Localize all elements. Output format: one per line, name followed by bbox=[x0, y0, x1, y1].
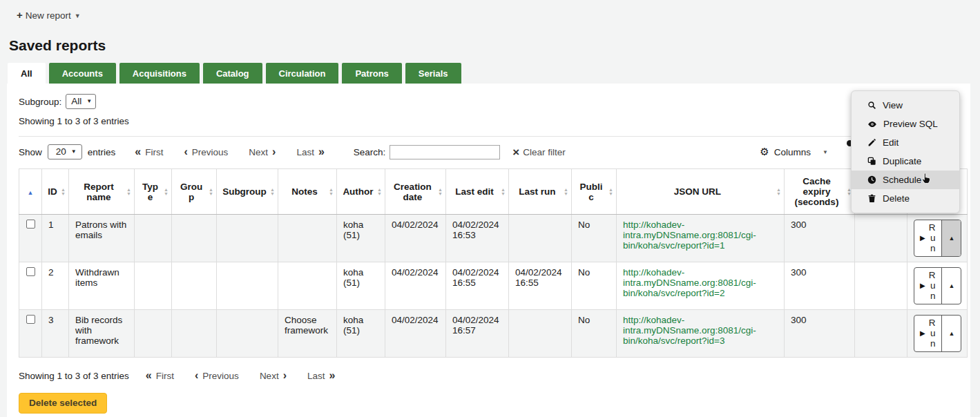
cell-last-edit: 04/02/2024 16:55 bbox=[446, 262, 509, 310]
double-chevron-left-icon: « bbox=[146, 370, 152, 381]
previous-page-button[interactable]: ‹Previous bbox=[184, 146, 228, 157]
entries-label: entries bbox=[88, 147, 116, 157]
run-menu-toggle[interactable]: ▲ bbox=[942, 268, 961, 304]
cell-group bbox=[172, 262, 217, 310]
trash-icon bbox=[867, 194, 876, 203]
sort-icon: ▲▼ bbox=[438, 188, 443, 196]
sort-icon: ▲▼ bbox=[329, 188, 334, 196]
run-button[interactable]: ▶Run bbox=[914, 268, 942, 304]
last-page-button[interactable]: Last» bbox=[296, 146, 324, 157]
row-checkbox[interactable] bbox=[26, 315, 35, 324]
cell-empty bbox=[855, 262, 907, 310]
chevron-down-icon: ▼ bbox=[75, 12, 81, 19]
chevron-right-icon: › bbox=[283, 370, 287, 381]
pencil-icon bbox=[867, 138, 876, 147]
col-header-select[interactable]: ▲ bbox=[19, 169, 42, 215]
col-header-author[interactable]: Author▲▼ bbox=[337, 169, 385, 215]
col-header-type[interactable]: Type▲▼ bbox=[135, 169, 172, 215]
next-page-button[interactable]: Next› bbox=[260, 370, 287, 381]
run-button[interactable]: ▶Run bbox=[914, 220, 942, 256]
col-header-id[interactable]: ID▲▼ bbox=[42, 169, 69, 215]
col-header-report-name[interactable]: Report name▲▼ bbox=[69, 169, 135, 215]
run-actions-menu: View Preview SQL Edit Duplicate Schedule… bbox=[851, 90, 960, 213]
table-row: 3 Bib records with framework Choose fram… bbox=[19, 310, 968, 358]
cell-last-edit: 04/02/2024 16:57 bbox=[446, 310, 509, 358]
reports-toolbar: +New report▼ bbox=[0, 0, 980, 21]
run-menu-toggle[interactable]: ▲ bbox=[942, 316, 961, 351]
col-header-notes[interactable]: Notes▲▼ bbox=[278, 169, 337, 215]
row-checkbox[interactable] bbox=[26, 267, 35, 276]
subgroup-selected-value: All bbox=[71, 96, 81, 106]
pagination-top: «First ‹Previous Next› Last» bbox=[135, 146, 345, 157]
run-split-button: ▶Run ▲ bbox=[914, 267, 961, 304]
search-input[interactable] bbox=[390, 145, 500, 159]
menu-item-view[interactable]: View bbox=[852, 96, 959, 115]
run-button[interactable]: ▶Run bbox=[914, 316, 942, 351]
menu-item-delete[interactable]: Delete bbox=[852, 189, 959, 208]
last-page-button[interactable]: Last» bbox=[307, 370, 335, 381]
json-url-link[interactable]: http://kohadev-intra.myDNSname.org:8081/… bbox=[623, 220, 756, 251]
eye-icon bbox=[867, 119, 877, 129]
cell-type bbox=[135, 262, 172, 310]
cell-id: 1 bbox=[42, 215, 69, 262]
main-panel: Subgroup: All ▼ Showing 1 to 3 of 3 entr… bbox=[7, 84, 970, 417]
subgroup-select[interactable]: All ▼ bbox=[66, 94, 96, 109]
cell-last-run bbox=[509, 215, 572, 262]
cell-notes bbox=[278, 215, 337, 262]
menu-item-preview-sql[interactable]: Preview SQL bbox=[852, 115, 959, 133]
delete-selected-button[interactable]: Delete selected bbox=[19, 393, 107, 414]
first-page-button[interactable]: «First bbox=[146, 370, 174, 381]
cell-public: No bbox=[572, 262, 617, 310]
col-header-last-edit[interactable]: Last edit▲▼ bbox=[446, 169, 509, 215]
col-header-creation-date[interactable]: Creation date▲▼ bbox=[385, 169, 446, 215]
cell-public: No bbox=[572, 215, 617, 262]
tab-serials[interactable]: Serials bbox=[405, 63, 461, 84]
tab-accounts[interactable]: Accounts bbox=[49, 63, 116, 84]
play-icon: ▶ bbox=[920, 234, 925, 242]
menu-item-schedule[interactable]: Schedule bbox=[852, 171, 959, 189]
run-menu-toggle[interactable]: ▲ bbox=[942, 220, 961, 256]
show-label: Show bbox=[19, 147, 42, 157]
previous-page-button[interactable]: ‹Previous bbox=[195, 370, 239, 381]
cell-cache-expiry: 300 bbox=[785, 262, 855, 310]
row-checkbox[interactable] bbox=[26, 220, 35, 229]
json-url-link[interactable]: http://kohadev-intra.myDNSname.org:8081/… bbox=[623, 267, 756, 298]
tab-catalog[interactable]: Catalog bbox=[203, 63, 262, 84]
sort-icon: ▲▼ bbox=[377, 188, 382, 196]
page-title: Saved reports bbox=[9, 37, 980, 54]
clear-filter-button[interactable]: × Clear filter bbox=[512, 146, 565, 158]
col-header-subgroup[interactable]: Subgroup▲▼ bbox=[217, 169, 278, 215]
search-label: Search: bbox=[354, 147, 386, 157]
json-url-link[interactable]: http://kohadev-intra.myDNSname.org:8081/… bbox=[623, 315, 756, 346]
tab-patrons[interactable]: Patrons bbox=[342, 63, 401, 84]
plus-icon: + bbox=[17, 9, 23, 21]
first-page-button[interactable]: «First bbox=[135, 146, 163, 157]
cell-report-name: Withdrawn items bbox=[69, 262, 135, 310]
next-page-button[interactable]: Next› bbox=[249, 146, 276, 157]
tab-all[interactable]: All bbox=[8, 63, 46, 84]
new-report-label: New report bbox=[26, 10, 71, 21]
col-header-public[interactable]: Public▲▼ bbox=[572, 169, 617, 215]
double-chevron-right-icon: » bbox=[318, 146, 325, 157]
subgroup-label: Subgroup: bbox=[19, 97, 61, 107]
cell-group bbox=[172, 215, 217, 262]
menu-item-edit[interactable]: Edit bbox=[852, 133, 959, 152]
new-report-button[interactable]: +New report▼ bbox=[17, 9, 81, 21]
page-length-select[interactable]: 20 ▼ bbox=[48, 144, 82, 159]
col-header-json-url[interactable]: JSON URL▲▼ bbox=[617, 169, 785, 215]
sort-icon: ▲▼ bbox=[270, 188, 275, 196]
chevron-down-icon: ▼ bbox=[823, 149, 828, 155]
col-header-last-run[interactable]: Last run▲▼ bbox=[509, 169, 572, 215]
cell-subgroup bbox=[217, 262, 278, 310]
sort-icon: ▲▼ bbox=[61, 188, 66, 196]
col-header-group[interactable]: Group▲▼ bbox=[172, 169, 217, 215]
col-header-cache-expiry[interactable]: Cache expiry (seconds)▲▼ bbox=[785, 169, 855, 215]
cell-creation-date: 04/02/2024 bbox=[385, 215, 446, 262]
chevron-left-icon: ‹ bbox=[195, 370, 198, 381]
table-row: 1 Patrons with emails koha (51) 04/02/20… bbox=[19, 215, 968, 262]
tab-acquisitions[interactable]: Acquisitions bbox=[119, 63, 200, 84]
menu-item-duplicate[interactable]: Duplicate bbox=[852, 152, 959, 171]
chevron-up-icon: ▲ bbox=[948, 282, 954, 289]
columns-button[interactable]: ⚙ Columns ▼ bbox=[760, 146, 828, 158]
tab-circulation[interactable]: Circulation bbox=[266, 63, 339, 84]
